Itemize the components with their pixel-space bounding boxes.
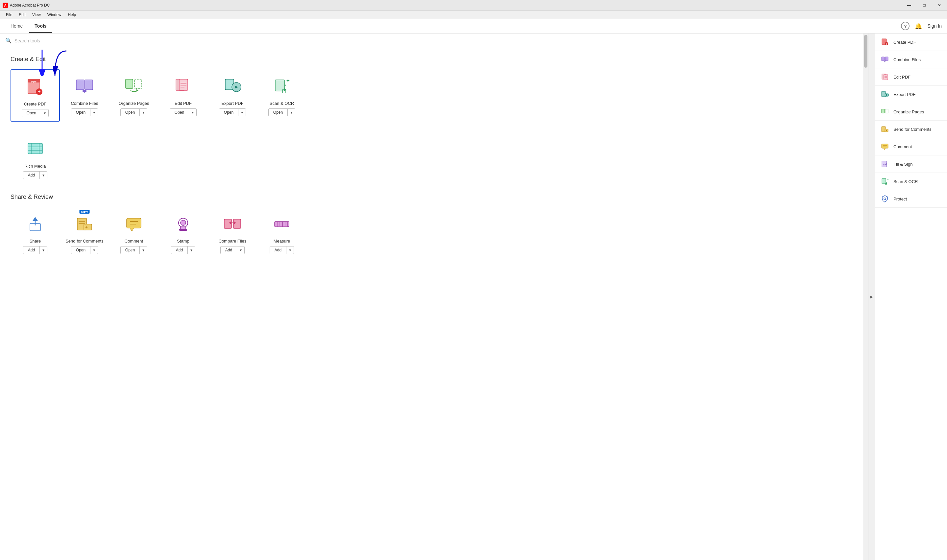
compare-files-icon	[221, 212, 244, 236]
comment-open-button[interactable]: Open	[121, 246, 139, 254]
scan-ocr-open-button[interactable]: Open	[269, 109, 287, 116]
content-area: 🔍 Create & Edit	[0, 34, 863, 560]
organize-pages-dropdown-button[interactable]: ▼	[139, 109, 147, 116]
compare-files-dropdown-button[interactable]: ▼	[237, 246, 244, 254]
tool-stamp[interactable]: Stamp Add ▼	[159, 207, 208, 258]
notifications-button[interactable]: 🔔	[915, 22, 922, 29]
title-bar: A Adobe Acrobat Pro DC — □ ✕	[0, 0, 947, 11]
right-panel-item-scan-ocr[interactable]: ✦ Scan & OCR	[875, 173, 947, 190]
tool-scan-ocr[interactable]: ✦ ✦ Scan & OCR Open ▼	[257, 69, 306, 122]
edit-pdf-icon	[171, 75, 195, 98]
scan-ocr-label: Scan & OCR	[269, 101, 294, 106]
rich-media-btn-group: Add ▼	[23, 171, 47, 179]
comment-btn-group: Open ▼	[120, 246, 147, 254]
right-panel-item-export-pdf[interactable]: Export PDF	[875, 86, 947, 103]
send-for-comments-btn-group: Open ▼	[71, 246, 98, 254]
edit-pdf-dropdown-button[interactable]: ▼	[189, 109, 196, 116]
right-panel-item-combine-files[interactable]: Combine Files	[875, 51, 947, 68]
menu-view[interactable]: View	[29, 12, 44, 18]
tab-home[interactable]: Home	[5, 20, 28, 33]
nav-right: ? 🔔 Sign In	[901, 22, 942, 30]
search-input[interactable]	[14, 38, 858, 43]
svg-rect-41	[126, 218, 141, 228]
export-pdf-dropdown-button[interactable]: ▼	[238, 109, 246, 116]
right-panel-item-create-pdf[interactable]: + Create PDF	[875, 34, 947, 51]
tool-compare-files[interactable]: Compare Files Add ▼	[208, 207, 257, 258]
tool-organize-pages[interactable]: Organize Pages Open ▼	[109, 69, 159, 122]
send-for-comments-open-button[interactable]: Open	[71, 246, 90, 254]
svg-text:+: +	[885, 42, 887, 46]
menu-help[interactable]: Help	[65, 12, 80, 18]
right-panel-fill-sign-label: Fill & Sign	[893, 162, 913, 167]
combine-files-dropdown-button[interactable]: ▼	[90, 109, 98, 116]
edit-pdf-btn-group: Open ▼	[170, 108, 197, 116]
scrollbar[interactable]	[863, 34, 868, 560]
organize-pages-btn-group: Open ▼	[120, 108, 147, 116]
menu-edit[interactable]: Edit	[15, 12, 29, 18]
compare-files-add-button[interactable]: Add	[221, 246, 237, 254]
tool-share[interactable]: Share Add ▼	[11, 207, 60, 258]
tools-grid-share-review: Share Add ▼ NEW	[11, 207, 852, 258]
stamp-add-button[interactable]: Add	[171, 246, 188, 254]
svg-marker-42	[130, 228, 134, 231]
right-panel-item-comment[interactable]: Comment	[875, 138, 947, 155]
tool-measure[interactable]: Measure Add ▼	[257, 207, 306, 258]
comment-dropdown-button[interactable]: ▼	[139, 246, 147, 254]
export-pdf-open-button[interactable]: Open	[219, 109, 238, 116]
right-panel-item-fill-sign[interactable]: Fill & Sign	[875, 155, 947, 173]
scan-ocr-dropdown-button[interactable]: ▼	[287, 109, 295, 116]
minimize-button[interactable]: —	[902, 0, 917, 11]
section-create-edit: Create & Edit	[11, 56, 852, 183]
svg-rect-12	[126, 79, 133, 88]
tool-send-for-comments[interactable]: NEW Send for Comments Open	[60, 207, 109, 258]
share-add-button[interactable]: Add	[23, 246, 40, 254]
send-for-comments-dropdown-button[interactable]: ▼	[90, 246, 98, 254]
menu-window[interactable]: Window	[44, 12, 65, 18]
comment-icon	[122, 212, 146, 236]
help-button[interactable]: ?	[901, 22, 910, 30]
right-panel-item-protect[interactable]: Protect	[875, 190, 947, 208]
close-button[interactable]: ✕	[932, 0, 947, 11]
right-panel-item-send-for-comments[interactable]: Send for Comments	[875, 121, 947, 138]
signin-button[interactable]: Sign In	[927, 23, 942, 29]
scroll-thumb[interactable]	[864, 35, 867, 68]
right-panel-item-organize-pages[interactable]: Organize Pages	[875, 103, 947, 121]
organize-pages-open-button[interactable]: Open	[121, 109, 139, 116]
create-pdf-icon: PDF +	[23, 75, 47, 99]
svg-rect-71	[882, 109, 884, 113]
tools-grid-create-edit-row2: Rich Media Add ▼	[11, 132, 852, 183]
menu-bar: File Edit View Window Help	[0, 11, 947, 19]
stamp-dropdown-button[interactable]: ▼	[188, 246, 195, 254]
svg-rect-76	[882, 144, 888, 148]
tab-tools[interactable]: Tools	[29, 20, 52, 33]
collapse-panel-button[interactable]: ▶	[868, 34, 875, 560]
right-panel-export-pdf-icon	[880, 90, 890, 99]
tool-create-pdf[interactable]: PDF + Create PDF Open ▼	[11, 69, 60, 122]
combine-files-open-button[interactable]: Open	[71, 109, 90, 116]
rich-media-dropdown-button[interactable]: ▼	[40, 172, 47, 179]
right-panel-combine-files-label: Combine Files	[893, 57, 921, 62]
menu-file[interactable]: File	[3, 12, 15, 18]
rich-media-add-button[interactable]: Add	[23, 172, 40, 179]
measure-dropdown-button[interactable]: ▼	[286, 246, 294, 254]
section-title-share-review: Share & Review	[11, 194, 852, 200]
edit-pdf-open-button[interactable]: Open	[170, 109, 189, 116]
tool-edit-pdf[interactable]: Edit PDF Open ▼	[159, 69, 208, 122]
tool-combine-files[interactable]: Combine Files Open ▼	[60, 69, 109, 122]
svg-rect-62	[882, 57, 884, 61]
tool-export-pdf[interactable]: Export PDF Open ▼	[208, 69, 257, 122]
share-dropdown-button[interactable]: ▼	[40, 246, 47, 254]
measure-add-button[interactable]: Add	[270, 246, 286, 254]
create-pdf-open-button[interactable]: Open	[22, 109, 41, 117]
share-btn-group: Add ▼	[23, 246, 47, 254]
svg-rect-63	[885, 57, 888, 61]
tool-comment[interactable]: Comment Open ▼	[109, 207, 159, 258]
tools-grid-create-edit: PDF + Create PDF Open ▼	[11, 69, 852, 122]
tools-content: Create & Edit	[0, 48, 863, 276]
right-panel-organize-pages-icon	[880, 107, 890, 116]
comment-label: Comment	[125, 238, 143, 243]
create-pdf-dropdown-button[interactable]: ▼	[41, 109, 48, 117]
tool-rich-media[interactable]: Rich Media Add ▼	[11, 132, 60, 183]
maximize-button[interactable]: □	[917, 0, 932, 11]
right-panel-item-edit-pdf[interactable]: Edit PDF	[875, 68, 947, 86]
